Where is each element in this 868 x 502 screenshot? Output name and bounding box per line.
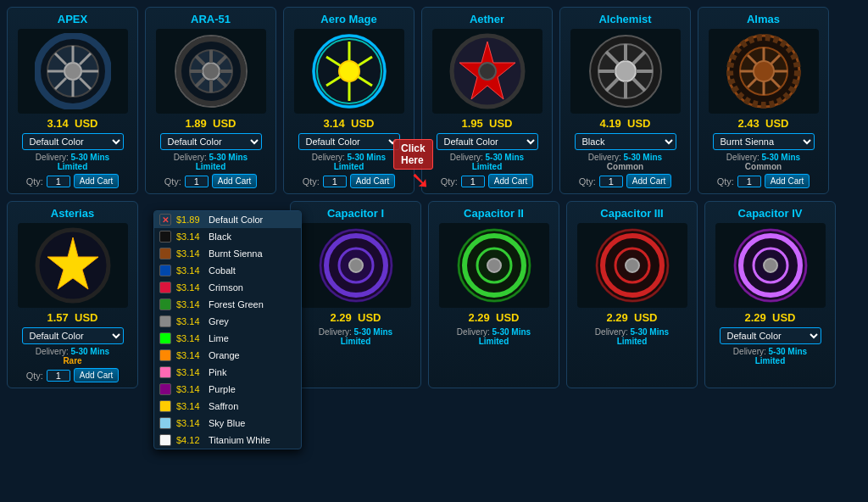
capacitor1-title: Capacitor I [327,207,384,220]
dropdown-item-forest-green[interactable]: $3.14 Forest Green [154,296,301,313]
svg-point-40 [615,61,636,81]
cards-row-1: APEX 3.14 USD [7,7,861,194]
capacitor3-rarity: Limited [617,337,648,346]
capacitor2-image [439,223,549,308]
dropdown-lime-name: Lime [209,333,229,343]
svg-point-2 [64,63,81,80]
aeromage-add-cart-button[interactable]: Add Cart [350,174,395,188]
dropdown-forest-green-price: $3.14 [176,299,203,310]
ara51-color-select[interactable]: Default Color [160,133,262,150]
dropdown-item-saffron[interactable]: $3.14 Saffron [154,398,301,415]
alchemist-rarity: Common [607,162,643,171]
cobalt-color-swatch [159,265,171,276]
capacitor3-price: 2.29 USD [607,311,658,324]
capacitor1-price: 2.29 USD [331,311,381,324]
dropdown-item-purple[interactable]: $3.14 Purple [154,381,301,398]
capacitor4-price: 2.29 USD [745,311,796,324]
dropdown-item-orange[interactable]: $3.14 Orange [154,347,301,364]
capacitor3-delivery: Delivery: 5-30 Mins [595,327,669,337]
asterias-qty-row: Qty: Add Cart [26,368,120,382]
ara51-delivery: Delivery: 5-30 Mins [174,153,248,162]
capacitor2-price: 2.29 USD [469,311,520,324]
dropdown-default-price: $1.89 [176,215,203,225]
dropdown-item-grey[interactable]: $3.14 Grey [154,313,301,330]
aether-qty-label: Qty: [441,176,458,187]
dropdown-purple-price: $3.14 [176,384,203,394]
sky-blue-color-swatch [159,417,171,429]
almas-qty-input[interactable] [737,176,761,187]
aether-color-select[interactable]: Default Color [437,133,538,150]
asterias-price: 1.57 USD [47,311,98,324]
dropdown-lime-price: $3.14 [176,333,203,343]
dropdown-item-black[interactable]: $3.14 Black [154,228,301,245]
aether-price: 1.95 USD [462,117,513,130]
asterias-delivery: Delivery: 5-30 Mins [36,347,109,356]
ara51-add-cart-button[interactable]: Add Cart [212,174,257,188]
asterias-qty-label: Qty: [26,371,43,381]
aether-wheel-svg [449,33,526,109]
card-capacitor2: Capacitor II 2.29 USD Delivery: 5-30 Min… [428,201,559,388]
almas-color-select[interactable]: Burnt Sienna Default Color [713,133,815,150]
capacitor1-image [301,223,411,308]
alchemist-color-select[interactable]: Black Default Color [575,133,676,150]
capacitor4-color-select[interactable]: Default Color [720,327,821,344]
apex-qty-input[interactable] [47,176,70,187]
aeromage-color-select[interactable]: Default Color [298,133,400,150]
aeromage-qty-input[interactable] [323,176,347,187]
capacitor3-wheel-svg [594,227,670,304]
dropdown-grey-price: $3.14 [176,316,203,326]
aether-rarity: Limited [472,162,503,171]
almas-qty-row: Qty: Add Cart [717,174,810,188]
dropdown-item-default[interactable]: ✕ $1.89 Default Color [154,211,301,228]
aether-qty-row: Qty: Add Cart [441,174,534,188]
dropdown-item-cobalt[interactable]: $3.14 Cobalt [154,262,301,279]
aether-qty-input[interactable] [461,176,485,187]
capacitor1-delivery: Delivery: 5-30 Mins [319,327,392,337]
card-ara51: ARA-51 [145,7,276,194]
dropdown-item-titanium-white[interactable]: $4.12 Titanium White [154,432,301,449]
card-aether: Aether 1.95 USD Default Color Delivery: … [421,7,553,194]
dropdown-item-lime[interactable]: $3.14 Lime [154,330,301,347]
cards-row-2: Asterias 1.57 USD Default Color Delivery… [7,201,861,388]
apex-add-cart-button[interactable]: Add Cart [74,174,119,188]
alchemist-add-cart-button[interactable]: Add Cart [626,174,671,188]
asterias-qty-input[interactable] [47,370,70,382]
capacitor2-delivery: Delivery: 5-30 Mins [457,327,531,337]
asterias-add-cart-button[interactable]: Add Cart [74,368,119,382]
dropdown-orange-price: $3.14 [176,350,203,360]
aether-delivery: Delivery: 5-30 Mins [450,153,524,162]
aether-add-cart-button[interactable]: Add Cart [488,174,533,188]
main-container: APEX 3.14 USD [0,0,868,395]
crimson-color-swatch [159,282,171,293]
capacitor4-wheel-svg [732,227,809,304]
pink-color-swatch [159,366,171,378]
almas-add-cart-button[interactable]: Add Cart [765,174,810,188]
ara51-qty-input[interactable] [185,176,209,187]
alchemist-qty-input[interactable] [599,176,623,187]
dropdown-crimson-price: $3.14 [176,282,203,293]
asterias-color-select[interactable]: Default Color [22,327,124,344]
apex-color-select[interactable]: Default Color [22,133,124,150]
capacitor3-image [577,223,687,308]
apex-title: APEX [58,13,87,25]
almas-rarity: Common [745,162,782,171]
capacitor1-wheel-svg [318,227,394,304]
capacitor4-rarity: Limited [755,356,786,365]
apex-delivery: Delivery: 5-30 Mins [36,153,109,162]
aeromage-delivery: Delivery: 5-30 Mins [312,153,386,162]
alchemist-image [570,29,681,114]
card-almas: Almas [698,7,829,194]
almas-title: Almas [747,13,780,25]
ara51-rarity: Limited [196,162,226,171]
grey-color-swatch [159,315,171,327]
aeromage-rarity: Limited [334,162,364,171]
dropdown-item-sky-blue[interactable]: $3.14 Sky Blue [154,415,301,432]
ara51-wheel-svg [173,33,249,109]
dropdown-item-pink[interactable]: $3.14 Pink [154,364,301,381]
dropdown-purple-name: Purple [209,384,236,394]
card-apex: APEX 3.14 USD [7,7,138,194]
dropdown-item-crimson[interactable]: $3.14 Crimson [154,279,301,296]
ara51-color-dropdown[interactable]: ✕ $1.89 Default Color $3.14 Black $3.14 … [153,210,302,449]
dropdown-item-burnt-sienna[interactable]: $3.14 Burnt Sienna [154,245,301,262]
aeromage-qty-row: Qty: Add Cart [303,174,396,188]
